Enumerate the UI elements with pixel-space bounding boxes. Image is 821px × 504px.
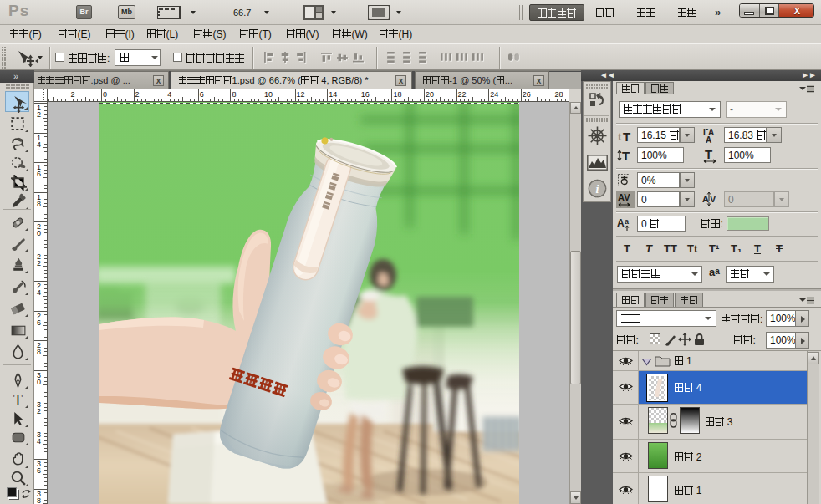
svg-text:a: a (625, 217, 630, 226)
svg-text:A: A (706, 135, 711, 145)
svg-text:T: T (622, 149, 630, 163)
svg-text:V: V (710, 194, 716, 204)
svg-text:AV: AV (618, 192, 630, 202)
svg-text:T: T (13, 392, 23, 409)
svg-text:i: i (596, 183, 599, 196)
svg-text:A: A (702, 194, 709, 204)
svg-text:T: T (705, 148, 712, 161)
svg-text:A: A (617, 217, 625, 229)
svg-text:T: T (623, 130, 630, 144)
svg-text:t: t (618, 130, 622, 143)
